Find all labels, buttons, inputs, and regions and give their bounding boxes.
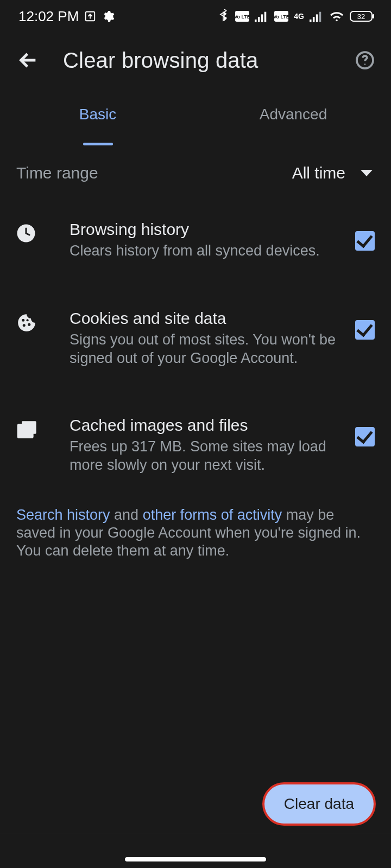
cookie-icon [16,312,37,335]
battery-icon: 32 [350,10,375,23]
svg-rect-9 [310,20,312,22]
link-other-activity[interactable]: other forms of activity [143,507,282,523]
clear-data-button[interactable]: Clear data [262,782,376,826]
app-bar: Clear browsing data [0,36,391,85]
clear-data-label: Clear data [284,795,354,812]
time-range-value: All time [292,164,345,182]
signal-icon-1 [255,10,269,22]
help-icon [355,50,375,70]
divider [0,833,391,833]
svg-point-20 [28,323,30,326]
footer-text: and [110,507,143,523]
svg-rect-3 [255,20,257,22]
svg-rect-4 [258,17,260,22]
tabs: Basic Advanced [0,85,391,144]
data-types-list: Browsing history Clears history from all… [0,202,391,488]
tab-basic-label: Basic [79,106,116,123]
page-title: Clear browsing data [63,48,258,73]
tab-advanced-label: Advanced [260,106,327,123]
volte-icon-1: Vo LTE [235,11,249,22]
network-4g-icon: 4G [294,12,304,20]
chevron-down-icon [361,170,373,176]
clock-icon [16,224,36,245]
upload-icon [84,10,96,22]
link-search-history[interactable]: Search history [16,507,110,523]
item-title: Cookies and site data [70,309,337,328]
svg-text:Vo LTE: Vo LTE [274,14,288,20]
item-subtitle: Frees up 317 MB. Some sites may load mor… [70,438,337,475]
images-icon [16,419,38,443]
svg-point-25 [24,424,27,426]
svg-rect-11 [316,14,318,22]
back-button[interactable] [15,47,41,73]
svg-point-21 [27,319,29,321]
svg-rect-14 [373,14,374,18]
gear-icon [102,10,115,23]
bluetooth-icon [218,9,230,23]
svg-text:Vo LTE: Vo LTE [235,14,249,20]
item-subtitle: Signs you out of most sites. You won't b… [70,331,337,368]
svg-rect-6 [264,12,267,22]
footer-note: Search history and other forms of activi… [0,488,391,560]
battery-text: 32 [357,12,365,21]
checkbox-cookies[interactable] [355,320,375,340]
item-title: Cached images and files [70,416,337,435]
svg-rect-5 [261,14,263,22]
arrow-left-icon [17,49,39,71]
item-browsing-history[interactable]: Browsing history Clears history from all… [0,207,391,273]
time-range-label: Time range [16,164,98,182]
volte-icon-2: Vo LTE [274,11,288,22]
item-subtitle: Clears history from all synced devices. [70,242,337,260]
wifi-icon [329,10,344,22]
item-title: Browsing history [70,220,337,239]
svg-point-18 [22,318,24,321]
svg-point-19 [23,324,26,327]
time-range-row[interactable]: Time range All time [0,144,391,202]
svg-rect-12 [319,12,321,22]
status-bar: 12:02 PM Vo LTE Vo LTE 4G 32 [0,0,391,33]
checkbox-cache[interactable] [355,427,375,446]
svg-rect-10 [313,17,315,22]
signal-icon-2 [310,10,324,22]
svg-point-16 [364,63,365,65]
status-time: 12:02 PM [18,8,79,25]
item-cookies[interactable]: Cookies and site data Signs you out of m… [0,296,391,381]
tab-basic[interactable]: Basic [0,85,195,144]
item-cache[interactable]: Cached images and files Frees up 317 MB.… [0,403,391,488]
help-button[interactable] [354,49,376,71]
gesture-bar [125,857,266,861]
tab-advanced[interactable]: Advanced [195,85,391,144]
checkbox-browsing-history[interactable] [355,231,375,251]
